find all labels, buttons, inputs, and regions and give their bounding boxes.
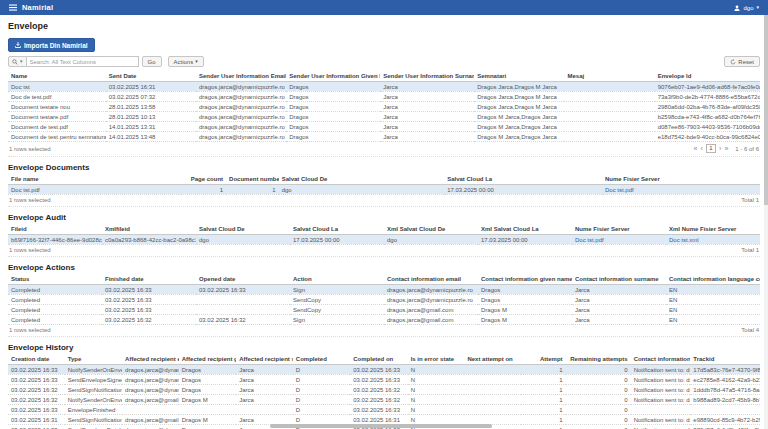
- cell: Completed: [8, 295, 102, 305]
- table-row[interactable]: Doc tst03.02.2025 16:31dragos.jarca@dyna…: [8, 82, 760, 92]
- column-header[interactable]: Affected recipient given name: [179, 354, 236, 365]
- vertical-scrollbar-thumb[interactable]: [764, 15, 768, 205]
- column-header[interactable]: Contact information surname: [572, 274, 666, 285]
- column-header[interactable]: Sender User Information Surname: [380, 71, 474, 82]
- column-header[interactable]: Xml Nume Fisier Server: [666, 224, 760, 235]
- horizontal-scrollbar[interactable]: [270, 424, 492, 428]
- column-header[interactable]: Remaining attempts: [566, 354, 631, 365]
- table-row[interactable]: 03.02.2025 16:33EnvelopeFinishedD03.02.2…: [8, 405, 760, 415]
- search-options-button[interactable]: ▾: [8, 56, 27, 67]
- cell: 03.02.2025 16:33: [102, 295, 196, 305]
- cell: Dragos M Jarca,Dragos Jarca: [474, 132, 564, 142]
- column-header[interactable]: Nume Fisier Server: [602, 174, 760, 185]
- cell: Dragos: [286, 112, 380, 122]
- column-header[interactable]: Completed on: [350, 354, 407, 365]
- go-button[interactable]: Go: [142, 56, 162, 67]
- prev-page-button[interactable]: ‹: [700, 146, 702, 152]
- column-header[interactable]: Document number: [226, 174, 279, 185]
- column-header[interactable]: Nume Fisier Server: [572, 224, 666, 235]
- column-header[interactable]: Creation date: [8, 354, 65, 365]
- column-header[interactable]: Contact information email: [384, 274, 478, 285]
- column-header[interactable]: Mesaj: [564, 71, 654, 82]
- table-row[interactable]: Document de test.pdf14.01.2025 13:31drag…: [8, 122, 760, 132]
- column-header[interactable]: Xml Salvat Cloud La: [478, 224, 572, 235]
- column-header[interactable]: Contact information language code: [666, 274, 760, 285]
- actions-button[interactable]: Actions ▾: [168, 56, 204, 67]
- table-row[interactable]: 03.02.2025 16:33NotifySenderOnEnvelopeOp…: [8, 365, 760, 375]
- table-row[interactable]: Document testare.pdf28.01.2025 10:13drag…: [8, 112, 760, 122]
- cell: 1: [181, 185, 226, 195]
- current-page-button[interactable]: 1: [706, 144, 716, 153]
- import-button[interactable]: Importa Din Namirial: [8, 38, 95, 52]
- file-link[interactable]: Doc tst.pdf: [602, 185, 760, 195]
- cell: 1: [226, 185, 279, 195]
- column-header[interactable]: Status: [8, 274, 102, 285]
- column-header[interactable]: Fileid: [8, 224, 102, 235]
- cell: Jarca: [572, 315, 666, 325]
- menu-icon[interactable]: [9, 4, 17, 11]
- column-header[interactable]: Next attempt on: [464, 354, 521, 365]
- user-menu[interactable]: dgo ▾: [734, 5, 759, 11]
- column-header[interactable]: Semnatari: [474, 71, 564, 82]
- cell: [236, 405, 293, 415]
- column-header[interactable]: Is in error state: [408, 354, 465, 365]
- cell: Dragos: [179, 425, 236, 429]
- cell: Dragos M: [179, 415, 236, 425]
- next-page-button[interactable]: ›: [719, 146, 721, 152]
- cell: 03.02.2025 16:33: [350, 375, 407, 385]
- column-header[interactable]: Name: [8, 71, 106, 82]
- vertical-scrollbar[interactable]: [764, 15, 768, 429]
- file-link[interactable]: Doc tst.xml: [666, 235, 760, 245]
- column-header[interactable]: Xmlfileid: [102, 224, 196, 235]
- cell: b988ad89-2cd7-45b9-8b7d-a85c3...: [690, 395, 760, 405]
- column-header[interactable]: File name: [8, 174, 181, 185]
- column-header[interactable]: Finished date: [102, 274, 196, 285]
- cell: [464, 415, 521, 425]
- column-header[interactable]: Affected recipient surname: [236, 354, 293, 365]
- column-header[interactable]: Trackid: [690, 354, 760, 365]
- column-header[interactable]: Contact information given name: [478, 274, 572, 285]
- first-page-button[interactable]: «: [693, 146, 697, 152]
- cell: Jarca: [380, 112, 474, 122]
- table-row[interactable]: Completed03.02.2025 16:33SendCopydragos.…: [8, 305, 760, 315]
- file-link[interactable]: Doc tst.pdf: [572, 235, 666, 245]
- table-row[interactable]: b69f7166-32f7-446c-86ee-9d028c68225ac0a0…: [8, 235, 760, 245]
- table-row[interactable]: Completed03.02.2025 16:33SendCopydragos.…: [8, 295, 760, 305]
- cell: Jarca: [380, 82, 474, 92]
- table-row[interactable]: 03.02.2025 16:31SendSignNotificationToRe…: [8, 415, 760, 425]
- table-row[interactable]: 03.02.2025 16:33SendEnvelopeSignedNotifi…: [8, 375, 760, 385]
- column-header[interactable]: Sender User Information Email: [196, 71, 286, 82]
- column-header[interactable]: Sender User Information Given Name: [286, 71, 380, 82]
- cell: dragos.jarca@dynamicpuzzle.ro: [122, 375, 179, 385]
- column-header[interactable]: Completed: [293, 354, 350, 365]
- last-page-button[interactable]: »: [724, 146, 728, 152]
- column-header[interactable]: Page count: [181, 174, 226, 185]
- column-header[interactable]: Opened date: [196, 274, 290, 285]
- cell: Dragos: [286, 122, 380, 132]
- column-header[interactable]: Salvat Cloud De: [279, 174, 444, 185]
- column-header[interactable]: Salvat Cloud De: [196, 224, 290, 235]
- column-header[interactable]: Affected recipient email: [122, 354, 179, 365]
- search-input[interactable]: [27, 56, 139, 67]
- cell: [179, 405, 236, 415]
- table-row[interactable]: Completed03.02.2025 16:3203.02.2025 16:3…: [8, 315, 760, 325]
- table-row[interactable]: Document testare nou28.01.2025 13:58drag…: [8, 102, 760, 112]
- column-header[interactable]: Contact information: [631, 354, 691, 365]
- table-row[interactable]: Completed03.02.2025 16:3303.02.2025 16:3…: [8, 285, 760, 295]
- table-row[interactable]: 03.02.2025 16:32SendSignNotificationToRe…: [8, 385, 760, 395]
- column-header[interactable]: Salvat Cloud La: [290, 224, 384, 235]
- table-row[interactable]: Document de test pentru semnatura electr…: [8, 132, 760, 142]
- column-header[interactable]: Attempt: [521, 354, 566, 365]
- table-row[interactable]: Doc de test.pdf03.02.2025 07:32dragos.ja…: [8, 92, 760, 102]
- column-header[interactable]: Envelope Id: [655, 71, 760, 82]
- cell: Jarca: [380, 92, 474, 102]
- column-header[interactable]: Xml Salvat Cloud De: [384, 224, 478, 235]
- column-header[interactable]: Action: [290, 274, 384, 285]
- reset-button[interactable]: Reset: [724, 56, 760, 67]
- table-row[interactable]: Doc tst.pdf11dgo17.03.2025 00:00Doc tst.…: [8, 185, 760, 195]
- table-row[interactable]: 03.02.2025 16:32NotifySenderOnEnvelopeOp…: [8, 395, 760, 405]
- horizontal-scrollbar-thumb[interactable]: [270, 424, 492, 428]
- column-header[interactable]: Type: [65, 354, 122, 365]
- column-header[interactable]: Sent Date: [106, 71, 196, 82]
- column-header[interactable]: Salvat Cloud La: [444, 174, 602, 185]
